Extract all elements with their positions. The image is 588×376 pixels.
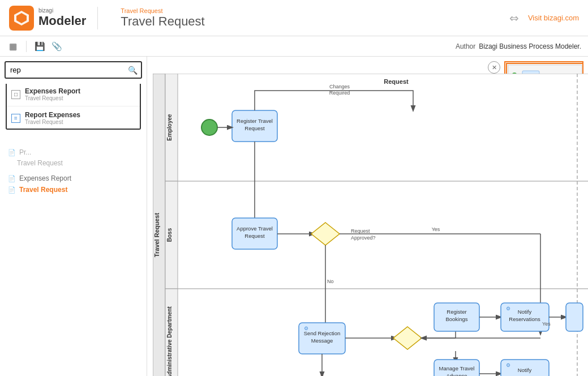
svg-text:Reservations: Reservations <box>509 316 540 322</box>
start-event[interactable] <box>201 119 217 135</box>
svg-text:Notify: Notify <box>518 309 532 315</box>
logo-text: bizagi Modeler <box>38 7 86 28</box>
doc-icon: ≡ <box>11 114 20 123</box>
sidebar-label-travel-request: Travel Request <box>19 186 67 194</box>
svg-text:Register Travel: Register Travel <box>237 118 273 124</box>
svg-text:⚙: ⚙ <box>506 362 510 368</box>
search-input[interactable] <box>6 62 141 78</box>
svg-text:Request: Request <box>351 228 370 234</box>
save-icon[interactable]: 💾 <box>33 40 46 53</box>
resize-icon[interactable]: ⇔ <box>509 11 519 25</box>
svg-text:Manage Travel: Manage Travel <box>439 365 475 371</box>
dropdown-sub-expenses-report: Travel Request <box>25 95 80 101</box>
sidebar-tree: 📄 Pr... Travel Request 📄 Expenses Report… <box>5 147 142 195</box>
sidebar-icon-travel: 📄 <box>8 186 16 194</box>
dropdown-item-report-expenses[interactable]: ≡ Report Expenses Travel Request <box>7 108 140 129</box>
sidebar: 🔍 □ Expenses Report Travel Request ≡ Rep… <box>0 57 147 376</box>
bpmn-diagram[interactable]: Travel Request Employee Boss Administrat… <box>153 74 588 376</box>
dropdown-sub-report-expenses: Travel Request <box>25 119 80 125</box>
search-container: 🔍 □ Expenses Report Travel Request ≡ Rep… <box>5 61 142 79</box>
sidebar-subitem-travel-request-1: Travel Request <box>5 158 142 168</box>
svg-text:Request: Request <box>244 233 265 239</box>
sidebar-label-pr: Pr... <box>19 148 31 156</box>
dropdown-item-expenses-report[interactable]: □ Expenses Report Travel Request <box>7 84 140 105</box>
svg-text:Employee: Employee <box>166 114 173 141</box>
svg-text:⚙: ⚙ <box>506 306 510 311</box>
title-area: Travel Request Travel Request <box>121 7 204 29</box>
section-request-label: Request <box>384 78 409 85</box>
svg-text:Yes: Yes <box>542 321 551 327</box>
close-button[interactable]: ✕ <box>488 61 500 74</box>
svg-text:No: No <box>327 279 334 284</box>
svg-rect-25 <box>165 181 588 289</box>
svg-text:Required: Required <box>329 90 350 96</box>
svg-rect-71 <box>566 303 583 331</box>
main-layout: 🔍 □ Expenses Report Travel Request ≡ Rep… <box>0 57 588 376</box>
page-icon: □ <box>11 90 20 99</box>
svg-text:Register: Register <box>447 309 466 315</box>
logo-bizagi-label: bizagi <box>38 7 86 14</box>
svg-text:Advance: Advance <box>447 373 467 376</box>
diagram-canvas: ✕ Travel Request Employee Boss <box>147 57 588 376</box>
svg-text:Request: Request <box>244 125 265 131</box>
svg-text:Bookings: Bookings <box>445 316 467 322</box>
author-value: Bizagi Business Process Modeler. <box>479 42 581 50</box>
dropdown-label-expenses-report: Expenses Report <box>25 87 80 95</box>
svg-text:Approve Travel: Approve Travel <box>237 225 273 232</box>
canvas-area[interactable]: ✕ Travel Request Employee Boss <box>147 57 588 376</box>
visit-bizagi-link[interactable]: Visit bizagi.com <box>528 14 579 22</box>
toolbar: ▦ 💾 📎 Author Bizagi Business Process Mod… <box>0 36 588 57</box>
search-dropdown: □ Expenses Report Travel Request ≡ Repor… <box>6 84 141 130</box>
sidebar-icon-expenses: 📄 <box>8 175 16 182</box>
breadcrumb: Travel Request <box>121 7 204 14</box>
grid-icon[interactable]: ▦ <box>7 40 19 53</box>
sidebar-item-travel-request[interactable]: 📄 Travel Request <box>5 184 142 195</box>
sidebar-icon-pr: 📄 <box>8 149 16 156</box>
svg-text:Yes: Yes <box>432 227 440 232</box>
sidebar-item-pr[interactable]: 📄 Pr... <box>5 147 142 158</box>
svg-text:Boss: Boss <box>166 228 173 242</box>
toolbar-separator <box>26 41 27 52</box>
logo-icon <box>9 6 34 31</box>
search-icon[interactable]: 🔍 <box>128 66 138 75</box>
author-label: Author <box>456 42 475 50</box>
svg-text:Approved?: Approved? <box>351 235 376 241</box>
logo-area: bizagi Modeler Travel Request Travel Req… <box>9 6 205 31</box>
svg-text:Changes: Changes <box>329 84 350 89</box>
dropdown-label-report-expenses: Report Expenses <box>25 111 80 119</box>
svg-text:Administrative Department: Administrative Department <box>166 306 173 376</box>
paperclip-icon[interactable]: 📎 <box>50 40 63 53</box>
sidebar-label-expenses-report: Expenses Report <box>19 174 71 182</box>
svg-text:Notify: Notify <box>518 367 532 373</box>
author-area: Author Bizagi Business Process Modeler. <box>456 42 581 50</box>
svg-text:Travel Request: Travel Request <box>153 213 160 258</box>
dropdown-divider <box>7 106 140 106</box>
page-title: Travel Request <box>121 14 204 29</box>
svg-text:Send Rejection: Send Rejection <box>304 330 340 336</box>
svg-text:Message: Message <box>311 337 333 344</box>
logo-modeler-label: Modeler <box>38 14 86 28</box>
sidebar-item-expenses-report[interactable]: 📄 Expenses Report <box>5 173 142 184</box>
app-header: bizagi Modeler Travel Request Travel Req… <box>0 0 588 36</box>
